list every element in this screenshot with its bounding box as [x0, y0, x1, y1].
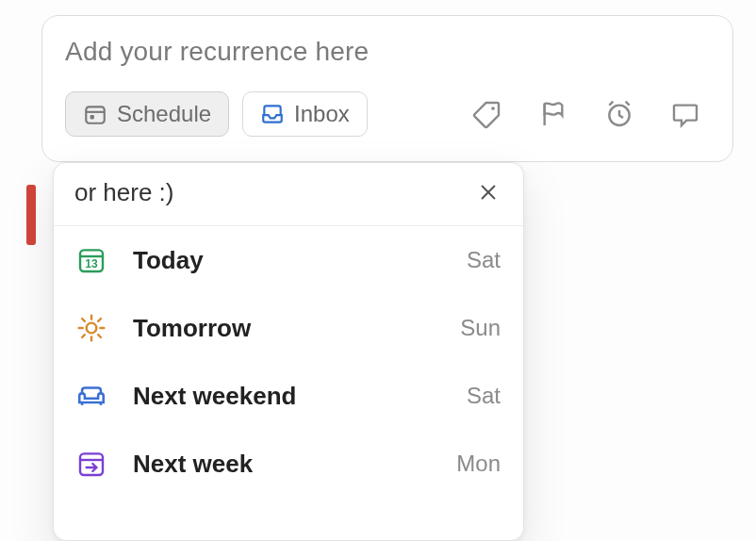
schedule-option-tomorrow[interactable]: Tomorrow Sun	[54, 294, 523, 362]
schedule-search-input[interactable]	[73, 177, 472, 208]
tag-icon	[472, 99, 502, 129]
side-color-accent	[26, 185, 36, 245]
comment-button[interactable]	[665, 93, 706, 135]
toolbar-icon-row	[467, 93, 710, 135]
svg-rect-21	[80, 453, 103, 475]
close-icon	[478, 182, 499, 203]
schedule-search-row	[54, 163, 523, 226]
svg-line-16	[98, 335, 101, 337]
calendar-today-icon: 13	[74, 243, 108, 277]
schedule-option-label: Next weekend	[133, 382, 467, 411]
schedule-button[interactable]: Schedule	[65, 91, 229, 137]
svg-point-10	[87, 323, 97, 334]
task-editor-card: Add your recurrence here Schedule	[41, 15, 733, 162]
comment-icon	[670, 99, 700, 129]
svg-rect-2	[90, 115, 94, 119]
schedule-popover: 13 Today Sat Tomorr	[53, 162, 524, 541]
schedule-option-day: Sun	[460, 315, 501, 341]
sun-icon	[74, 311, 108, 345]
svg-rect-0	[86, 107, 105, 123]
calendar-arrow-icon	[74, 447, 108, 481]
schedule-option-label: Tomorrow	[133, 314, 460, 343]
svg-line-18	[98, 319, 101, 321]
svg-text:13: 13	[85, 257, 98, 270]
project-button[interactable]: Inbox	[242, 91, 368, 137]
project-button-label: Inbox	[294, 101, 350, 127]
schedule-option-label: Next week	[133, 450, 456, 479]
task-title-placeholder[interactable]: Add your recurrence here	[65, 37, 710, 67]
alarm-clock-icon	[604, 99, 634, 129]
schedule-option-day: Sat	[467, 247, 501, 273]
svg-point-3	[491, 107, 495, 110]
schedule-option-next-week[interactable]: Next week Mon	[54, 430, 523, 498]
task-toolbar: Schedule Inbox	[65, 91, 710, 137]
inbox-tray-icon	[260, 102, 285, 126]
reminder-button[interactable]	[599, 93, 640, 135]
svg-line-17	[82, 335, 85, 337]
schedule-option-day: Mon	[456, 451, 501, 477]
schedule-option-next-weekend[interactable]: Next weekend Sat	[54, 362, 523, 430]
sofa-icon	[74, 379, 108, 413]
priority-button[interactable]	[533, 93, 574, 135]
schedule-option-label: Today	[133, 246, 467, 275]
calendar-icon	[83, 102, 107, 126]
schedule-button-label: Schedule	[117, 101, 211, 127]
flag-icon	[538, 99, 568, 129]
clear-search-button[interactable]	[472, 176, 504, 208]
schedule-option-day: Sat	[467, 383, 501, 409]
svg-line-15	[82, 319, 85, 321]
schedule-option-today[interactable]: 13 Today Sat	[54, 226, 523, 294]
label-button[interactable]	[467, 93, 508, 135]
